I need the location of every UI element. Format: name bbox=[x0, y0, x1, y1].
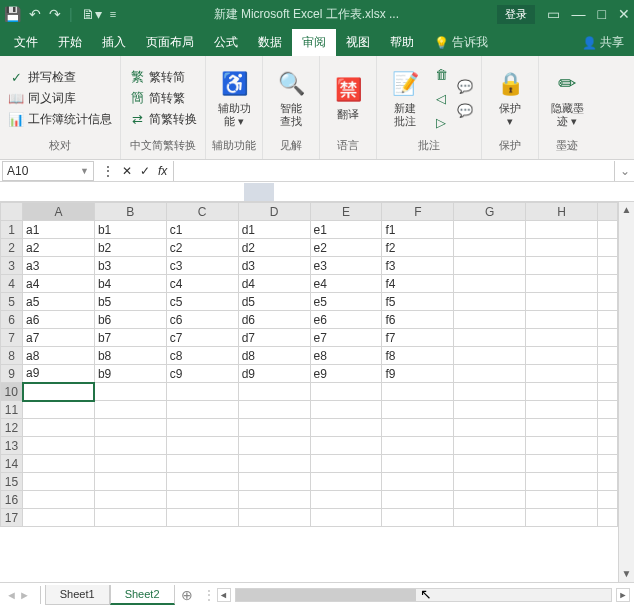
row-header-6[interactable]: 6 bbox=[1, 311, 23, 329]
cell-H14[interactable] bbox=[526, 455, 598, 473]
enter-formula-icon[interactable]: ✓ bbox=[140, 164, 150, 178]
sheet-tab-Sheet1[interactable]: Sheet1 bbox=[45, 585, 110, 605]
cell-B16[interactable] bbox=[94, 491, 166, 509]
smart-lookup-button[interactable]: 🔍智能 查找 bbox=[269, 66, 313, 130]
cell-A4[interactable]: a4 bbox=[23, 275, 95, 293]
cell-E10[interactable] bbox=[310, 383, 382, 401]
add-sheet-button[interactable]: ⊕ bbox=[175, 587, 199, 603]
show-comment-button[interactable]: 💬 bbox=[455, 77, 475, 95]
cell-E1[interactable]: e1 bbox=[310, 221, 382, 239]
cell-G11[interactable] bbox=[454, 401, 526, 419]
row-header-16[interactable]: 16 bbox=[1, 491, 23, 509]
cell-B9[interactable]: b9 bbox=[94, 365, 166, 383]
tab-审阅[interactable]: 审阅 bbox=[292, 29, 336, 56]
name-box[interactable]: A10▼ bbox=[2, 161, 94, 181]
select-all-corner[interactable] bbox=[1, 203, 23, 221]
cell-G14[interactable] bbox=[454, 455, 526, 473]
cell-A15[interactable] bbox=[23, 473, 95, 491]
cell-C2[interactable]: c2 bbox=[166, 239, 238, 257]
chevron-down-icon[interactable]: ▼ bbox=[80, 166, 89, 176]
cell-E5[interactable]: e5 bbox=[310, 293, 382, 311]
cell-B10[interactable] bbox=[94, 383, 166, 401]
cell-G13[interactable] bbox=[454, 437, 526, 455]
cell-A7[interactable]: a7 bbox=[23, 329, 95, 347]
row-header-5[interactable]: 5 bbox=[1, 293, 23, 311]
cell-G2[interactable] bbox=[454, 239, 526, 257]
cell-H3[interactable] bbox=[526, 257, 598, 275]
prev-comment-button[interactable]: ◁ bbox=[431, 89, 451, 107]
cell-F7[interactable]: f7 bbox=[382, 329, 454, 347]
cell-B7[interactable]: b7 bbox=[94, 329, 166, 347]
cell-F1[interactable]: f1 bbox=[382, 221, 454, 239]
cell-D16[interactable] bbox=[238, 491, 310, 509]
cell-C10[interactable] bbox=[166, 383, 238, 401]
cell-C17[interactable] bbox=[166, 509, 238, 527]
scroll-up-icon[interactable]: ▲ bbox=[619, 202, 634, 218]
formula-input[interactable] bbox=[173, 161, 614, 181]
cell-G7[interactable] bbox=[454, 329, 526, 347]
account-login-button[interactable]: 登录 bbox=[497, 5, 535, 24]
cell-D8[interactable]: d8 bbox=[238, 347, 310, 365]
cell-H4[interactable] bbox=[526, 275, 598, 293]
expand-formula-bar-icon[interactable]: ⌄ bbox=[614, 161, 634, 181]
cell-G17[interactable] bbox=[454, 509, 526, 527]
ribbon-display-icon[interactable]: ▭ bbox=[547, 6, 560, 22]
sheet-tab-Sheet2[interactable]: Sheet2 bbox=[110, 585, 175, 605]
cell-F12[interactable] bbox=[382, 419, 454, 437]
cell-D12[interactable] bbox=[238, 419, 310, 437]
cell-F8[interactable]: f8 bbox=[382, 347, 454, 365]
cell-A8[interactable]: a8 bbox=[23, 347, 95, 365]
cell-A6[interactable]: a6 bbox=[23, 311, 95, 329]
cell-H15[interactable] bbox=[526, 473, 598, 491]
tab-文件[interactable]: 文件 bbox=[4, 29, 48, 56]
formula-menu-icon[interactable]: ⋮ bbox=[102, 164, 114, 178]
row-header-7[interactable]: 7 bbox=[1, 329, 23, 347]
cell-E3[interactable]: e3 bbox=[310, 257, 382, 275]
horizontal-scrollbar[interactable]: ⋮ ◄ ► bbox=[199, 588, 634, 602]
cell-D14[interactable] bbox=[238, 455, 310, 473]
trad-to-simp-button[interactable]: 繁繁转简 bbox=[127, 68, 199, 87]
cell-F15[interactable] bbox=[382, 473, 454, 491]
cell-F10[interactable] bbox=[382, 383, 454, 401]
scroll-down-icon[interactable]: ▼ bbox=[619, 566, 634, 582]
cell-D6[interactable]: d6 bbox=[238, 311, 310, 329]
hscroll-left-icon[interactable]: ◄ bbox=[217, 588, 231, 602]
cell-C15[interactable] bbox=[166, 473, 238, 491]
thesaurus-button[interactable]: 📖同义词库 bbox=[6, 89, 114, 108]
cell-B1[interactable]: b1 bbox=[94, 221, 166, 239]
col-header-F[interactable]: F bbox=[382, 203, 454, 221]
cell-G5[interactable] bbox=[454, 293, 526, 311]
cell-E4[interactable]: e4 bbox=[310, 275, 382, 293]
row-header-2[interactable]: 2 bbox=[1, 239, 23, 257]
cell-D1[interactable]: d1 bbox=[238, 221, 310, 239]
cell-H17[interactable] bbox=[526, 509, 598, 527]
cell-G12[interactable] bbox=[454, 419, 526, 437]
cell-F6[interactable]: f6 bbox=[382, 311, 454, 329]
cell-C3[interactable]: c3 bbox=[166, 257, 238, 275]
delete-comment-button[interactable]: 🗑 bbox=[431, 65, 451, 83]
share-button[interactable]: 👤共享 bbox=[576, 29, 630, 56]
cell-H2[interactable] bbox=[526, 239, 598, 257]
col-header-B[interactable]: B bbox=[94, 203, 166, 221]
cell-E13[interactable] bbox=[310, 437, 382, 455]
new-comment-button[interactable]: 📝新建 批注 bbox=[383, 66, 427, 130]
cell-C14[interactable] bbox=[166, 455, 238, 473]
cell-E8[interactable]: e8 bbox=[310, 347, 382, 365]
cell-B8[interactable]: b8 bbox=[94, 347, 166, 365]
cell-G9[interactable] bbox=[454, 365, 526, 383]
sheet-nav-next-icon[interactable]: ► bbox=[19, 589, 30, 601]
cell-B12[interactable] bbox=[94, 419, 166, 437]
undo-icon[interactable]: ↶ bbox=[29, 6, 41, 22]
cell-H8[interactable] bbox=[526, 347, 598, 365]
cell-C13[interactable] bbox=[166, 437, 238, 455]
cell-H7[interactable] bbox=[526, 329, 598, 347]
col-header-D[interactable]: D bbox=[238, 203, 310, 221]
cell-D17[interactable] bbox=[238, 509, 310, 527]
cell-E7[interactable]: e7 bbox=[310, 329, 382, 347]
cell-H10[interactable] bbox=[526, 383, 598, 401]
cell-F9[interactable]: f9 bbox=[382, 365, 454, 383]
cell-F11[interactable] bbox=[382, 401, 454, 419]
tab-帮助[interactable]: 帮助 bbox=[380, 29, 424, 56]
close-icon[interactable]: ✕ bbox=[618, 6, 630, 22]
cell-G4[interactable] bbox=[454, 275, 526, 293]
